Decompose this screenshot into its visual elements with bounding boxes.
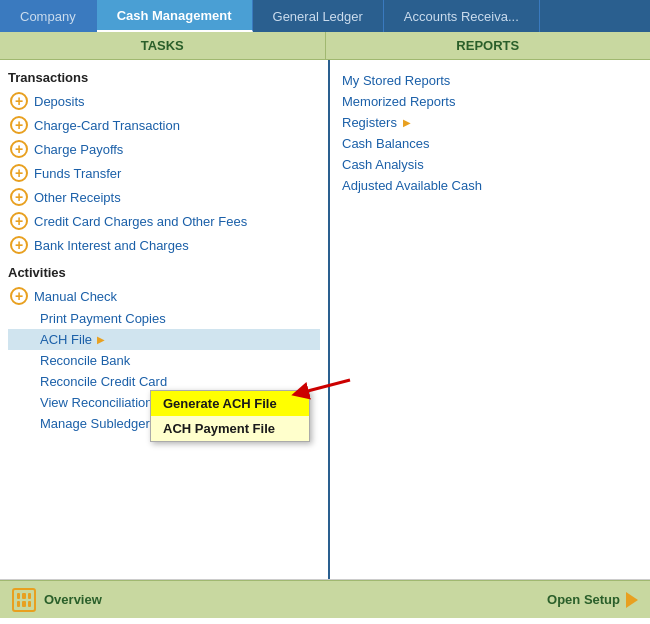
activities-title: Activities — [8, 265, 320, 280]
menu-item-reconcile-bank[interactable]: Reconcile Bank — [8, 350, 320, 371]
tasks-panel: Transactions + Deposits + Charge-Card Tr… — [0, 60, 330, 579]
grid-dot-2 — [22, 593, 25, 599]
grid-dot-3 — [28, 593, 31, 599]
grid-dot-6 — [28, 601, 31, 607]
menu-item-charge-payoffs[interactable]: + Charge Payoffs — [8, 137, 320, 161]
plus-icon-manual-check: + — [10, 287, 28, 305]
plus-icon-charge-payoffs: + — [10, 140, 28, 158]
menu-item-reconcile-credit[interactable]: Reconcile Credit Card — [8, 371, 320, 392]
bottom-bar: Overview Open Setup — [0, 580, 650, 618]
registers-arrow-icon: ▶ — [401, 117, 413, 129]
ach-submenu: Generate ACH File ACH Payment File — [150, 390, 310, 442]
report-registers[interactable]: Registers ▶ — [342, 112, 638, 133]
submenu-ach-payment-file[interactable]: ACH Payment File — [151, 416, 309, 441]
report-cash-balances[interactable]: Cash Balances — [342, 133, 638, 154]
nav-general-ledger[interactable]: General Ledger — [253, 0, 384, 32]
menu-item-deposits[interactable]: + Deposits — [8, 89, 320, 113]
menu-item-print-payment[interactable]: Print Payment Copies — [8, 308, 320, 329]
submenu-generate-ach[interactable]: Generate ACH File — [151, 391, 309, 416]
overview-label: Overview — [44, 592, 102, 607]
main-content: Transactions + Deposits + Charge-Card Tr… — [0, 60, 650, 580]
nav-accounts-receivable[interactable]: Accounts Receiva... — [384, 0, 540, 32]
open-setup-label: Open Setup — [547, 592, 620, 607]
open-setup-arrow-icon — [626, 592, 638, 608]
menu-item-other-receipts[interactable]: + Other Receipts — [8, 185, 320, 209]
section-headers: TASKS REPORTS — [0, 32, 650, 60]
report-cash-analysis[interactable]: Cash Analysis — [342, 154, 638, 175]
report-memorized[interactable]: Memorized Reports — [342, 91, 638, 112]
plus-icon-charge-card: + — [10, 116, 28, 134]
menu-item-ach-file[interactable]: ACH File ▶ — [8, 329, 320, 350]
report-adjusted-cash[interactable]: Adjusted Available Cash — [342, 175, 638, 196]
grid-dot-4 — [17, 601, 20, 607]
reports-header: REPORTS — [326, 32, 651, 59]
plus-icon-funds-transfer: + — [10, 164, 28, 182]
menu-item-manual-check[interactable]: + Manual Check — [8, 284, 320, 308]
nav-cash-management[interactable]: Cash Management — [97, 0, 253, 32]
top-navigation: Company Cash Management General Ledger A… — [0, 0, 650, 32]
menu-item-charge-card[interactable]: + Charge-Card Transaction — [8, 113, 320, 137]
ach-file-arrow-icon: ▶ — [95, 334, 107, 346]
plus-icon-credit-card: + — [10, 212, 28, 230]
plus-icon-deposits: + — [10, 92, 28, 110]
reports-panel: My Stored Reports Memorized Reports Regi… — [330, 60, 650, 579]
menu-item-bank-interest[interactable]: + Bank Interest and Charges — [8, 233, 320, 257]
menu-item-funds-transfer[interactable]: + Funds Transfer — [8, 161, 320, 185]
grid-dot-5 — [22, 601, 25, 607]
report-my-stored[interactable]: My Stored Reports — [342, 70, 638, 91]
menu-item-credit-card-charges[interactable]: + Credit Card Charges and Other Fees — [8, 209, 320, 233]
plus-icon-other-receipts: + — [10, 188, 28, 206]
tasks-header: TASKS — [0, 32, 326, 59]
grid-dot-1 — [17, 593, 20, 599]
plus-icon-bank-interest: + — [10, 236, 28, 254]
open-setup-button[interactable]: Open Setup — [547, 592, 638, 608]
grid-icon — [12, 588, 36, 612]
overview-button[interactable]: Overview — [12, 588, 102, 612]
nav-company[interactable]: Company — [0, 0, 97, 32]
transactions-title: Transactions — [8, 70, 320, 85]
